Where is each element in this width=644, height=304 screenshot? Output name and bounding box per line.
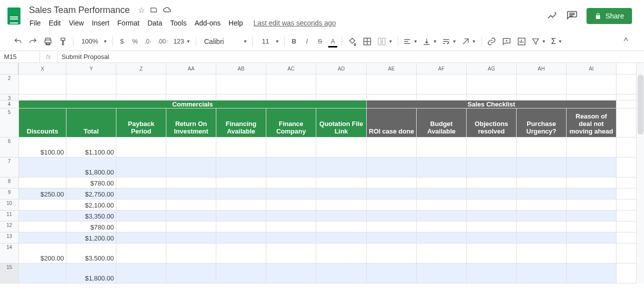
italic-button[interactable]: I — [301, 35, 313, 48]
cell[interactable] — [116, 244, 166, 263]
cell[interactable]: Budget Available — [417, 108, 467, 137]
name-box[interactable]: M15 — [0, 51, 40, 62]
cell[interactable] — [367, 188, 417, 199]
currency-button[interactable]: $ — [116, 35, 128, 48]
row-header[interactable]: 15 — [0, 264, 18, 284]
cell[interactable] — [417, 232, 467, 243]
cell[interactable] — [19, 94, 66, 100]
cell[interactable] — [116, 158, 166, 177]
cell[interactable] — [216, 138, 266, 157]
cell[interactable] — [367, 232, 417, 243]
cell[interactable] — [166, 138, 216, 157]
cell[interactable] — [467, 94, 517, 100]
cell[interactable] — [166, 244, 216, 263]
cell[interactable] — [19, 178, 66, 188]
cell[interactable] — [166, 158, 216, 177]
cell[interactable] — [216, 74, 266, 94]
row-header[interactable]: 9 — [0, 188, 18, 200]
cell[interactable] — [316, 188, 367, 199]
cell[interactable] — [216, 158, 266, 177]
cell[interactable] — [19, 264, 66, 283]
cell[interactable] — [116, 94, 166, 100]
cell[interactable] — [367, 244, 417, 263]
cell[interactable] — [567, 232, 617, 243]
cell[interactable] — [116, 74, 166, 94]
cell[interactable] — [567, 210, 617, 221]
cell[interactable] — [517, 264, 567, 283]
cell[interactable]: Return On Investment — [166, 108, 216, 137]
cell[interactable] — [266, 264, 316, 283]
column-header[interactable]: AB — [216, 63, 266, 74]
print-button[interactable] — [41, 35, 55, 48]
cell[interactable]: $3,350.00 — [66, 210, 116, 221]
document-title[interactable]: Sales Team Performance — [26, 4, 133, 16]
cell[interactable] — [216, 244, 266, 263]
cell[interactable] — [316, 264, 367, 283]
cell[interactable] — [567, 74, 617, 94]
menu-tools[interactable]: Tools — [167, 17, 190, 29]
star-icon[interactable]: ☆ — [138, 6, 145, 15]
formula-input[interactable]: Submit Proposal — [57, 51, 644, 62]
cell[interactable] — [467, 200, 517, 210]
column-header[interactable]: X — [19, 63, 66, 74]
cell[interactable]: $1,800.00 — [66, 264, 116, 283]
comments-icon[interactable] — [567, 10, 578, 22]
cell[interactable] — [517, 158, 567, 177]
cell[interactable] — [316, 94, 367, 100]
paint-format-button[interactable] — [56, 35, 70, 48]
cell[interactable] — [266, 94, 316, 100]
percent-button[interactable]: % — [129, 35, 141, 48]
undo-button[interactable] — [11, 35, 25, 48]
sheets-logo[interactable] — [4, 6, 24, 26]
cell[interactable]: $100.00 — [19, 138, 66, 157]
row-header[interactable]: 12 — [0, 222, 18, 232]
cell[interactable] — [467, 210, 517, 221]
cell[interactable] — [266, 178, 316, 188]
cell[interactable] — [417, 264, 467, 283]
cell[interactable] — [166, 74, 216, 94]
cell[interactable] — [367, 222, 417, 232]
cell[interactable] — [417, 200, 467, 210]
menu-edit[interactable]: Edit — [45, 17, 64, 29]
cell[interactable] — [467, 264, 517, 283]
chart-button[interactable] — [515, 35, 529, 48]
cell[interactable] — [367, 94, 417, 100]
cell[interactable]: Commercials — [19, 100, 367, 108]
cell[interactable] — [116, 138, 166, 157]
cell[interactable] — [216, 222, 266, 232]
bold-button[interactable]: B — [288, 35, 300, 48]
cell[interactable] — [467, 222, 517, 232]
cell[interactable] — [316, 210, 367, 221]
cell[interactable] — [216, 264, 266, 283]
cell[interactable] — [19, 222, 66, 232]
borders-button[interactable] — [360, 35, 374, 48]
menu-file[interactable]: File — [26, 17, 44, 29]
column-header[interactable]: AD — [316, 63, 367, 74]
cell[interactable]: Quotation File Link — [316, 108, 367, 137]
cell[interactable] — [417, 138, 467, 157]
cell[interactable] — [517, 178, 567, 188]
cell[interactable] — [116, 222, 166, 232]
cell[interactable]: Reason of deal not moving ahead — [567, 108, 617, 137]
trend-icon[interactable] — [547, 10, 558, 22]
cell[interactable] — [19, 210, 66, 221]
cell[interactable]: Financing Available — [216, 108, 266, 137]
cell[interactable] — [567, 244, 617, 263]
cell[interactable] — [216, 232, 266, 243]
cell[interactable] — [166, 200, 216, 210]
cell[interactable] — [266, 74, 316, 94]
cell[interactable] — [467, 178, 517, 188]
cell[interactable]: $1,100.00 — [66, 138, 116, 157]
cell[interactable] — [316, 138, 367, 157]
cell[interactable] — [517, 188, 567, 199]
cell[interactable] — [116, 232, 166, 243]
column-header[interactable]: AH — [517, 63, 567, 74]
menu-format[interactable]: Format — [114, 17, 143, 29]
last-edit-link[interactable]: Last edit was seconds ago — [253, 19, 336, 27]
collapse-toolbar-icon[interactable]: ^ — [624, 36, 633, 46]
cell[interactable]: ROI case done — [367, 108, 417, 137]
cell[interactable] — [266, 200, 316, 210]
menu-data[interactable]: Data — [144, 17, 166, 29]
strike-button[interactable]: S — [314, 35, 326, 48]
cell[interactable]: $1,800.00 — [66, 158, 116, 177]
